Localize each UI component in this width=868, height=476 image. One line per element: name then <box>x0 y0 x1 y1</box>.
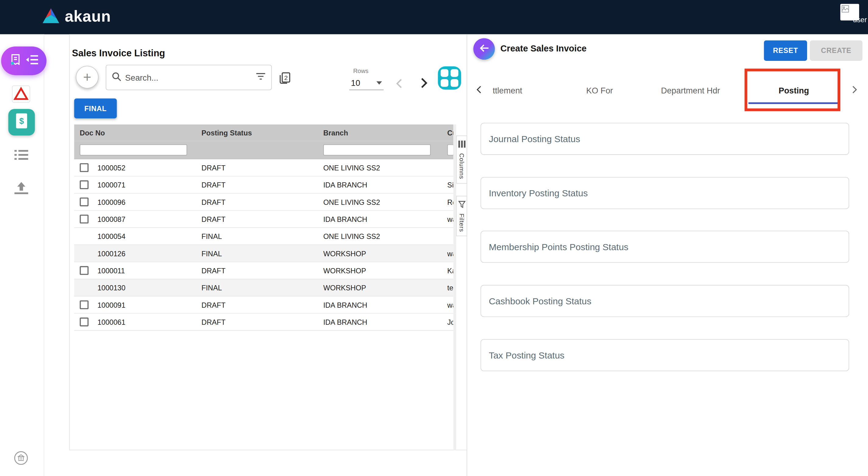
posting-status-cell: DRAFT <box>196 198 318 206</box>
table-row[interactable]: 1000087 DRAFT IDA BRANCH wa <box>74 211 454 228</box>
posting-status-cell: FINAL <box>196 249 318 258</box>
posting-status-cell: DRAFT <box>196 215 318 223</box>
header-posting-status[interactable]: Posting Status <box>196 129 318 137</box>
tabs-scroll-right-icon[interactable] <box>849 84 859 97</box>
table-row[interactable]: 1000054 FINAL ONE LIVING SS2 <box>74 228 454 245</box>
grid-view-icon <box>441 69 448 77</box>
tabs-scroll-left-icon[interactable] <box>474 84 485 97</box>
sales-invoice-menu-pill[interactable] <box>1 46 46 75</box>
search-input[interactable] <box>125 73 252 82</box>
customer-cell: wa <box>442 249 453 258</box>
upload-button[interactable] <box>14 182 28 197</box>
filter-input-customer[interactable] <box>447 144 454 155</box>
back-button[interactable] <box>473 38 495 60</box>
reset-button-label: RESET <box>773 46 798 55</box>
detail-tab-bar: ttlement KO For Department Hdr Posting <box>467 78 868 104</box>
header-branch[interactable]: Branch <box>318 129 442 137</box>
dropdown-caret-icon <box>376 81 382 84</box>
plus-icon: + <box>83 69 91 85</box>
branch-cell: IDA BRANCH <box>318 180 442 189</box>
header-doc-no[interactable]: Doc No <box>74 129 196 137</box>
posting-status-cell: DRAFT <box>196 163 318 172</box>
field-label: Inventory Posting Status <box>489 188 588 198</box>
filter-input-doc-no[interactable] <box>80 144 187 155</box>
table-header-row: Doc No Posting Status Branch Cu <box>74 125 454 141</box>
branch-cell: WORKSHOP <box>318 249 442 258</box>
previous-page-button[interactable] <box>394 77 406 92</box>
doc-no-cell: 1000130 <box>97 284 125 292</box>
organization-icon <box>14 457 28 467</box>
branch-cell: WORKSHOP <box>318 284 442 292</box>
create-sales-invoice-panel: Create Sales Invoice RESET CREATE ttleme… <box>467 34 868 476</box>
filter-list-icon[interactable] <box>256 72 266 82</box>
sales-invoice-module-button[interactable]: $ <box>8 109 35 135</box>
invoice-table: Doc No Posting Status Branch Cu 1000052 … <box>74 125 454 331</box>
akaun-logo[interactable]: akaun <box>42 8 111 25</box>
table-row[interactable]: 1000011 DRAFT WORKSHOP Ka <box>74 262 454 279</box>
filter-input-branch[interactable] <box>323 144 431 155</box>
next-page-button[interactable] <box>417 76 430 92</box>
back-arrow-icon <box>478 42 490 56</box>
grid-view-button[interactable] <box>438 66 461 90</box>
field-label: Membership Points Posting Status <box>489 241 628 252</box>
field-tax-posting-status[interactable]: Tax Posting Status <box>480 339 849 371</box>
columns-side-tab[interactable]: Columns <box>456 135 467 183</box>
collapse-menu-icon <box>26 55 38 67</box>
field-label: Cashbook Posting Status <box>489 296 591 306</box>
row-checkbox[interactable] <box>80 180 89 189</box>
top-navigation-bar: akaun user <box>0 0 868 34</box>
table-filter-row <box>74 141 454 159</box>
row-checkbox[interactable] <box>80 214 89 224</box>
row-checkbox[interactable] <box>80 198 89 206</box>
search-box[interactable] <box>106 65 272 91</box>
table-row[interactable]: 1000052 DRAFT ONE LIVING SS2 <box>74 159 454 176</box>
customer-cell: wa <box>442 301 453 309</box>
rows-per-page-label: Rows <box>353 68 369 74</box>
field-label: Tax Posting Status <box>489 350 564 361</box>
table-row[interactable]: 1000091 DRAFT IDA BRANCH wa <box>74 297 454 313</box>
rows-per-page-select[interactable]: 10 <box>349 76 384 90</box>
field-inventory-posting-status[interactable]: Inventory Posting Status <box>480 177 849 209</box>
reset-button[interactable]: RESET <box>764 40 807 61</box>
tab-settlement[interactable]: ttlement <box>493 86 522 95</box>
final-status-filter-chip[interactable]: FINAL <box>74 99 117 118</box>
doc-no-cell: 1000087 <box>97 215 125 223</box>
active-tab-underline <box>748 102 839 104</box>
row-checkbox[interactable] <box>80 317 89 326</box>
pdf-export-button[interactable] <box>11 85 30 105</box>
field-label: Journal Posting Status <box>489 134 580 144</box>
tab-posting[interactable]: Posting <box>748 86 839 95</box>
copy-listing-button[interactable]: 2 <box>278 71 291 87</box>
posting-status-cell: DRAFT <box>196 180 318 189</box>
row-checkbox[interactable] <box>80 300 89 309</box>
table-row[interactable]: 1000096 DRAFT ONE LIVING SS2 Re <box>74 194 454 211</box>
final-chip-label: FINAL <box>84 104 106 113</box>
create-button: CREATE <box>810 40 863 61</box>
chevron-right-icon <box>417 82 430 91</box>
tab-ko-for[interactable]: KO For <box>586 86 613 95</box>
listing-view-button[interactable] <box>14 149 28 163</box>
branch-cell: IDA BRANCH <box>318 215 442 223</box>
field-journal-posting-status[interactable]: Journal Posting Status <box>480 123 849 155</box>
filters-side-tab[interactable]: Filters <box>456 196 467 236</box>
organization-button[interactable] <box>14 451 28 468</box>
header-customer[interactable]: Cu <box>442 129 453 137</box>
row-checkbox[interactable] <box>80 163 89 172</box>
customer-cell: Re <box>442 198 453 206</box>
icon-sidebar: $ <box>0 34 44 476</box>
app-window: akaun user <box>0 0 868 476</box>
tab-department-hdr[interactable]: Department Hdr <box>661 86 720 95</box>
table-side-tabs: Columns Filters <box>456 135 467 248</box>
row-checkbox[interactable] <box>80 266 89 275</box>
table-row[interactable]: 1000071 DRAFT IDA BRANCH Si <box>74 176 454 194</box>
add-invoice-button[interactable]: + <box>76 66 99 89</box>
field-membership-points-posting-status[interactable]: Membership Points Posting Status <box>480 231 849 263</box>
field-cashbook-posting-status[interactable]: Cashbook Posting Status <box>480 285 849 317</box>
branch-cell: WORKSHOP <box>318 266 442 274</box>
table-row[interactable]: 1000130 FINAL WORKSHOP te <box>74 279 454 297</box>
table-scrollbar[interactable] <box>454 125 456 450</box>
table-row[interactable]: 1000061 DRAFT IDA BRANCH Jo <box>74 314 454 331</box>
table-row[interactable]: 1000126 FINAL WORKSHOP wa <box>74 245 454 262</box>
columns-tab-label: Columns <box>458 153 465 179</box>
user-avatar[interactable]: user <box>838 3 868 25</box>
